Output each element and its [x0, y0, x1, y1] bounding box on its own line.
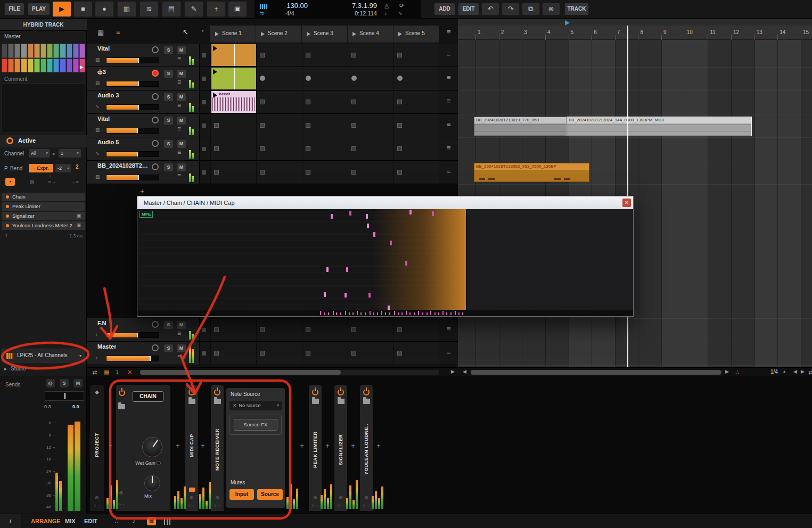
device-signalizer[interactable]: SIGNALIZER ◎ ○→ — [334, 385, 347, 511]
device-enabled-dot[interactable] — [6, 224, 9, 227]
clip-slot[interactable] — [210, 44, 256, 67]
track-header[interactable]: Vital▥SM≡ — [87, 44, 200, 67]
empty-slot-marker[interactable] — [306, 351, 310, 356]
row-options-icon[interactable]: ≡ — [447, 73, 451, 81]
midi-note[interactable] — [405, 261, 407, 266]
track-header[interactable]: BB_20241028T21...▥SM≡ — [87, 161, 200, 184]
empty-slot-marker[interactable] — [397, 100, 402, 104]
clip-slot[interactable] — [348, 318, 393, 341]
solo-button[interactable]: S — [164, 46, 173, 54]
pitch-bend-min-field[interactable]: -2▴ — [55, 164, 71, 172]
folder-icon[interactable] — [338, 399, 345, 404]
empty-slot-marker[interactable] — [260, 100, 265, 104]
clip-slot[interactable] — [302, 44, 348, 67]
scroll-right-icon[interactable]: ▶ — [725, 369, 729, 374]
stop-all-clips-icon[interactable]: ▪ — [202, 28, 203, 34]
color-swatch[interactable] — [34, 44, 40, 58]
empty-slot-marker[interactable] — [306, 53, 310, 57]
clip-slot[interactable] — [302, 161, 348, 184]
row-options-icon[interactable]: ≡ — [447, 144, 451, 152]
color-swatch[interactable] — [34, 59, 40, 73]
clip-slot[interactable] — [348, 67, 393, 90]
fader-handle[interactable] — [64, 393, 65, 399]
record-arm-button[interactable] — [152, 140, 159, 147]
color-swatch[interactable] — [14, 44, 20, 58]
volume-slider[interactable] — [106, 128, 159, 134]
track-menu-icon[interactable]: ≡ — [177, 125, 181, 133]
arranger-clip[interactable]: BB_20241028T213953_953_0500_130BP — [474, 163, 589, 182]
track-menu-icon[interactable]: ≡ — [177, 353, 181, 360]
folder-icon[interactable] — [214, 399, 221, 404]
clip-slot[interactable] — [256, 342, 302, 365]
volume-slider[interactable] — [106, 57, 159, 63]
clip-slot[interactable] — [393, 67, 439, 90]
monitor-icon[interactable]: ◎ — [339, 495, 343, 500]
clip-stop-button[interactable] — [202, 100, 206, 104]
clip-slot[interactable] — [210, 137, 256, 160]
track-menu-icon[interactable]: ≡ — [177, 172, 181, 179]
midi-note[interactable] — [349, 211, 351, 216]
track-header[interactable]: Audio 3∿SM≡ — [87, 90, 200, 113]
add-button[interactable]: ADD — [434, 3, 455, 15]
node-editor-icon[interactable]: ∴ — [735, 369, 739, 376]
project-device-rail[interactable]: ◆ PROJECT ◎ ○→ — [90, 385, 104, 511]
active-toggle-icon[interactable] — [6, 137, 13, 144]
color-swatch[interactable] — [2, 44, 7, 58]
layered-editing-icon[interactable]: ≋ — [140, 1, 159, 17]
plugin-window-icon[interactable]: ▣ — [76, 222, 81, 228]
color-swatch[interactable] — [73, 59, 79, 73]
empty-slot-marker[interactable] — [306, 146, 310, 151]
arranger-clip[interactable]: BB_20241028T213024_144_0500_130BPM_MIDI — [567, 117, 752, 136]
output-icon[interactable]: ○→ — [118, 502, 125, 507]
file-button[interactable]: FILE — [4, 3, 24, 15]
empty-slot-marker[interactable] — [351, 146, 356, 151]
palette-expand-icon[interactable]: ▶ — [80, 64, 84, 70]
note-editor-icon[interactable]: ♪ — [132, 517, 135, 525]
add-device-slot-button[interactable]: + — [349, 442, 357, 450]
color-swatch[interactable] — [47, 59, 53, 73]
note-source-dropdown[interactable]: ✕No source ▾ — [229, 401, 282, 410]
clip-slot[interactable] — [393, 318, 439, 341]
row-options-icon[interactable]: ≡ — [447, 120, 451, 128]
record-arm-button[interactable] — [152, 117, 159, 123]
device-power-icon[interactable] — [214, 389, 220, 395]
color-swatch[interactable] — [28, 59, 34, 73]
scene-play-icon[interactable] — [352, 32, 356, 36]
project-tool-icon[interactable]: ◆ — [95, 389, 99, 395]
scene-options-icon[interactable]: ≡ — [447, 28, 451, 36]
volume-slider[interactable] — [106, 81, 159, 87]
device-power-icon[interactable] — [119, 390, 125, 396]
transport-play-button[interactable]: ▶ — [52, 1, 71, 17]
clip-slot[interactable] — [256, 114, 302, 137]
scene-header[interactable]: Scene 5 — [393, 26, 439, 43]
color-swatch[interactable] — [21, 59, 27, 73]
empty-slot-marker[interactable] — [260, 123, 265, 128]
empty-slot-marker[interactable] — [351, 53, 356, 57]
folder-icon[interactable] — [312, 399, 319, 404]
close-launcher-icon[interactable]: ✕ — [127, 369, 132, 376]
modulators-icon[interactable]: ∴ — [114, 517, 119, 525]
color-swatch[interactable] — [60, 59, 65, 73]
mute-button[interactable]: M — [73, 379, 83, 387]
empty-slot-marker[interactable] — [397, 53, 402, 57]
empty-slot-marker[interactable] — [214, 123, 219, 128]
midi-note[interactable] — [326, 267, 329, 272]
active-toggle-row[interactable]: Active — [0, 135, 87, 147]
track-header[interactable]: F.N↓SM≡ — [87, 318, 200, 341]
scene-header[interactable]: Scene 4 — [348, 26, 393, 43]
mixer-view-icon[interactable]: ▤ — [162, 1, 181, 17]
grid-snap-icon[interactable]: ▦ — [104, 369, 109, 376]
midi-note[interactable] — [366, 214, 368, 219]
time-signature-display[interactable]: 4/4 — [273, 10, 308, 16]
row-options-icon[interactable]: ≡ — [447, 97, 451, 105]
add-device-slot-button[interactable]: + — [174, 442, 182, 450]
color-swatch[interactable] — [40, 44, 46, 58]
clip-stop-button[interactable] — [202, 123, 206, 128]
volume-slider[interactable] — [106, 356, 159, 361]
track-button[interactable]: TRACK — [564, 3, 589, 15]
arranger-clip[interactable]: BB_20241028T213019_770_050 — [474, 117, 567, 136]
empty-slot-marker[interactable] — [214, 327, 219, 332]
clip-slot[interactable] — [210, 114, 256, 137]
launcher-clip[interactable] — [211, 68, 256, 89]
monitor-icon[interactable]: ◎ — [190, 495, 194, 500]
